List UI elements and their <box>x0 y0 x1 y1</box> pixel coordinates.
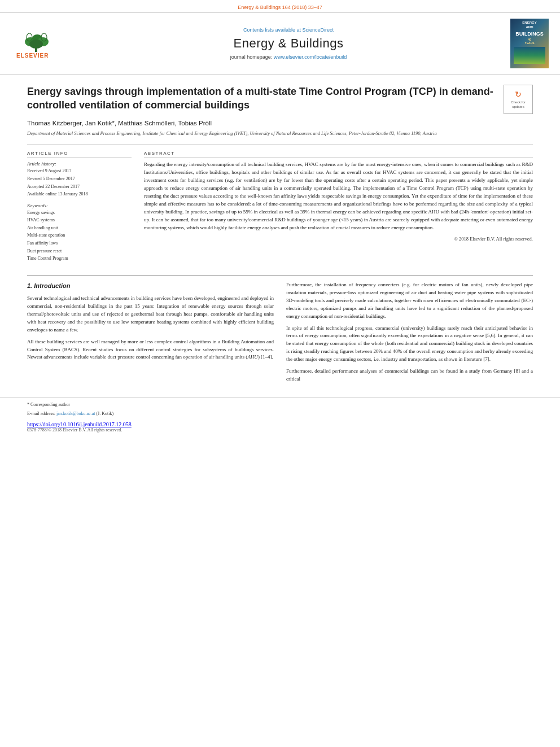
journal-title: Energy & Buildings <box>234 36 344 51</box>
authors-line: Thomas Kitzberger, Jan Kotik*, Matthias … <box>27 120 533 126</box>
check-updates-label: Check for updates <box>506 101 530 110</box>
article-body: Energy savings through implementation of… <box>0 75 560 397</box>
intro-col2-p3: Furthermore, detailed performance analys… <box>286 368 533 383</box>
section-divider <box>27 275 533 276</box>
copyright-line: © 2018 Elsevier B.V. All rights reserved… <box>144 235 533 243</box>
doi-link[interactable]: https://doi.org/10.1016/j.jenbuild.2017.… <box>27 421 132 427</box>
article-footer: * Corresponding author E-mail address: j… <box>0 397 560 438</box>
article-title: Energy savings through implementation of… <box>27 85 497 112</box>
email-line: E-mail address: jan.kotik@boku.ac.at (J.… <box>27 410 533 418</box>
journal-header: ELSEVIER Contents lists available at Sci… <box>0 12 560 75</box>
intro-col-left: 1. Introduction Several technological an… <box>27 281 274 387</box>
abstract-col: ABSTRACT Regarding the energy intensity/… <box>144 151 533 267</box>
svg-point-5 <box>29 40 43 49</box>
journal-cover-container: ENERGYAND BUILDINGS 40YEARS <box>507 19 552 68</box>
issn-copyright: 0378-7788/© 2018 Elsevier B.V. All right… <box>27 427 533 433</box>
journal-top-bar: Energy & Buildings 164 (2018) 33–47 <box>0 0 560 12</box>
journal-cover-image: ENERGYAND BUILDINGS 40YEARS <box>510 19 549 68</box>
article-info-label: ARTICLE INFO <box>27 151 132 158</box>
abstract-text: Regarding the energy intensity/consumpti… <box>144 161 533 243</box>
check-updates-icon: ↻ <box>515 89 522 99</box>
authors: Thomas Kitzberger, Jan Kotik*, Matthias … <box>27 120 212 126</box>
keywords-group: Keywords: Energy savings HVAC systems Ai… <box>27 203 132 263</box>
intro-col2-p2: In spite of all this technological progr… <box>286 325 533 364</box>
abstract-label: ABSTRACT <box>144 151 533 158</box>
elsevier-logo-container: ELSEVIER <box>8 19 70 68</box>
keywords-list: Energy savings HVAC systems Air handling… <box>27 209 132 263</box>
elsevier-logo: ELSEVIER <box>14 28 64 59</box>
corresponding-note: * Corresponding author <box>27 401 533 409</box>
sciencedirect-link[interactable]: ScienceDirect <box>303 27 334 33</box>
received-date: Received 9 August 2017 Revised 5 Decembe… <box>27 167 132 198</box>
journal-homepage-line: journal homepage: www.elsevier.com/locat… <box>230 54 347 60</box>
intro-p2: All these building services are well man… <box>27 338 274 362</box>
doi-line: https://doi.org/10.1016/j.jenbuild.2017.… <box>27 421 533 427</box>
intro-col2-p1: Furthermore, the installation of frequen… <box>286 281 533 321</box>
divider-1 <box>27 145 533 145</box>
article-history: Article history: Received 9 August 2017 … <box>27 161 132 198</box>
affiliation: Department of Material Sciences and Proc… <box>27 130 533 137</box>
intro-p1: Several technological and technical adva… <box>27 295 274 334</box>
intro-heading: 1. Introduction <box>27 281 274 291</box>
article-title-section: Energy savings through implementation of… <box>27 85 533 114</box>
contents-available-line: Contents lists available at ScienceDirec… <box>243 27 334 33</box>
info-abstract-section: ARTICLE INFO Article history: Received 9… <box>27 151 533 267</box>
journal-header-center: Contents lists available at ScienceDirec… <box>76 19 501 68</box>
journal-ref: Energy & Buildings 164 (2018) 33–47 <box>238 5 322 10</box>
intro-col-right: Furthermore, the installation of frequen… <box>286 281 533 387</box>
keywords-label: Keywords: <box>27 203 132 208</box>
article-info-col: ARTICLE INFO Article history: Received 9… <box>27 151 132 267</box>
svg-text:ELSEVIER: ELSEVIER <box>16 53 49 59</box>
check-for-updates-badge: ↻ Check for updates <box>504 85 533 114</box>
history-label: Article history: <box>27 161 132 167</box>
page: Energy & Buildings 164 (2018) 33–47 <box>0 0 560 747</box>
intro-section: 1. Introduction Several technological an… <box>27 281 533 387</box>
email-link[interactable]: jan.kotik@boku.ac.at <box>56 411 95 416</box>
journal-homepage-link[interactable]: www.elsevier.com/locate/enbuild <box>274 54 347 60</box>
